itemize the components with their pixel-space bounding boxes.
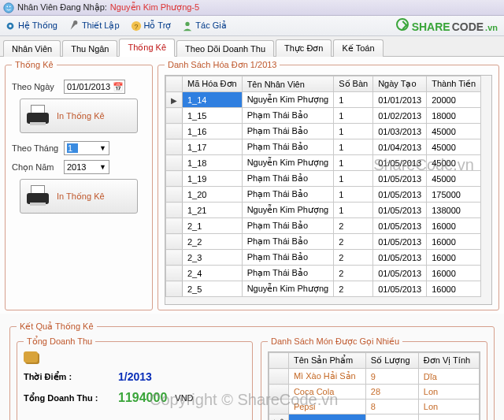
cell-total: 18000 xyxy=(427,108,481,124)
brand-logo: SHARECODE.vn xyxy=(396,18,498,33)
cell-total: 45000 xyxy=(427,155,481,171)
cell-staff: Phạm Thái Bảo xyxy=(242,234,334,250)
cell-staff: Phạm Thái Bảo xyxy=(242,187,334,203)
menu-label: Tác Giả xyxy=(195,20,226,31)
menu-ho-tro[interactable]: ? Hỗ Trợ xyxy=(131,20,172,32)
cell-staff: Nguyễn Kim Phượng xyxy=(242,203,334,218)
col-staff[interactable]: Tên Nhân Viên xyxy=(242,76,334,92)
app-icon xyxy=(3,2,14,13)
logged-in-user: Nguyễn Kim Phượng-5 xyxy=(110,2,199,13)
tab-thu-ngan[interactable]: Thu Ngân xyxy=(62,40,117,57)
col-id[interactable]: Mã Hóa Đơn xyxy=(183,76,243,92)
print-label: In Thống Kê xyxy=(57,111,105,121)
cell-staff: Phạm Thái Bảo xyxy=(242,108,334,124)
title-prefix: Nhân Viên Đang Nhập: xyxy=(17,2,107,13)
tab-thong-ke[interactable]: Thống Kê xyxy=(119,39,175,57)
table-row[interactable]: 2_1Phạm Thái Bảo201/05/201316000 xyxy=(166,218,481,234)
tab-ke-toan[interactable]: Kế Toán xyxy=(333,39,383,57)
cell-dish-unit: Dĩa xyxy=(418,369,479,385)
row-header xyxy=(166,218,183,234)
table-row[interactable]: 1_16Phạm Thái Bảo101/03/201345000 xyxy=(166,124,481,139)
table-row[interactable]: 2_4Phạm Thái Bảo201/05/201316000 xyxy=(166,266,481,281)
col-dish-qty[interactable]: Số Lượng xyxy=(365,353,418,369)
print-by-month-button[interactable]: In Thống Kê xyxy=(20,179,138,214)
cell-date: 01/05/2013 xyxy=(373,203,427,218)
cell-dish-qty: 9 xyxy=(365,369,418,385)
menubar: Hệ Thống Thiết Lập ? Hỗ Trợ Tác Giả SHAR… xyxy=(0,16,504,36)
table-row[interactable]: 1_20Phạm Thái Bảo101/05/2013175000 xyxy=(166,187,481,203)
invoice-grid[interactable]: Mã Hóa Đơn Tên Nhân Viên Số Bàn Ngày Tạo… xyxy=(165,75,492,305)
table-row[interactable]: 1_19Phạm Thái Bảo101/05/201345000 xyxy=(166,171,481,187)
menu-tac-gia[interactable]: Tác Giả xyxy=(182,20,226,32)
thoi-diem-value: 1/2013 xyxy=(118,370,152,383)
cell-table: 1 xyxy=(334,203,373,218)
brand-code: CODE xyxy=(452,20,484,33)
tab-thuc-don[interactable]: Thực Đơn xyxy=(276,39,332,57)
tab-nhan-vien[interactable]: Nhân Viên xyxy=(3,40,61,57)
new-row[interactable]: ▶* xyxy=(269,414,480,421)
col-dish-name[interactable]: Tên Sản Phẩm xyxy=(288,353,365,369)
tong-doanh-thu-value: 1194000 xyxy=(118,391,167,405)
cell-total: 138000 xyxy=(427,203,481,218)
table-row[interactable]: 2_5Nguyễn Kim Phượng201/05/201316000 xyxy=(166,281,481,297)
cell-staff: Phạm Thái Bảo xyxy=(242,139,334,155)
totals-panel: Tổng Doanh Thu Thời Điểm : 1/2013 Tổng D… xyxy=(17,336,253,420)
cell-dish-name: Pepsi xyxy=(288,400,365,414)
col-date[interactable]: Ngày Tạo xyxy=(373,76,427,92)
cell-total: 45000 xyxy=(427,124,481,139)
print-by-day-button[interactable]: In Thống Kê xyxy=(20,98,138,133)
tab-doanh-thu[interactable]: Theo Dõi Doanh Thu xyxy=(176,40,274,57)
table-row[interactable]: 2_2Phạm Thái Bảo201/05/201316000 xyxy=(166,234,481,250)
row-header xyxy=(269,353,289,369)
row-header xyxy=(166,171,183,187)
menu-he-thong[interactable]: Hệ Thống xyxy=(5,20,57,32)
menu-label: Hỗ Trợ xyxy=(144,20,172,31)
chon-nam-select[interactable]: 2013 ▼ xyxy=(64,160,109,174)
menu-label: Thiết Lập xyxy=(82,20,120,31)
col-total[interactable]: Thành Tiền xyxy=(427,76,481,92)
cell-id: 2_4 xyxy=(183,266,243,281)
row-header xyxy=(166,203,183,218)
table-row[interactable]: Mì Xào Hải Sản9Dĩa xyxy=(269,369,480,385)
col-table[interactable]: Số Bàn xyxy=(334,76,373,92)
cell-dish-unit xyxy=(418,414,479,421)
cell-date: 01/05/2013 xyxy=(373,250,427,266)
currency-label: VND xyxy=(175,393,193,403)
menu-thiet-lap[interactable]: Thiết Lập xyxy=(69,20,120,32)
table-row[interactable]: 1_18Nguyễn Kim Phượng101/05/201345000 xyxy=(166,155,481,171)
calendar-icon[interactable]: 📅 xyxy=(113,82,122,92)
tab-label: Theo Dõi Doanh Thu xyxy=(185,44,265,54)
table-row[interactable]: 1_17Phạm Thái Bảo101/04/201345000 xyxy=(166,139,481,155)
chon-nam-label: Chọn Năm xyxy=(12,162,59,173)
cell-id: 1_21 xyxy=(183,203,243,218)
table-row[interactable]: 1_15Phạm Thái Bảo101/02/201318000 xyxy=(166,108,481,124)
totals-legend: Tổng Doanh Thu xyxy=(24,336,95,347)
dish-grid[interactable]: Tên Sản Phẩm Số Lượng Đơn Vị Tính Mì Xào… xyxy=(268,351,480,420)
theo-ngay-input[interactable]: 01/01/2013 📅 xyxy=(64,80,125,94)
svg-point-0 xyxy=(4,2,13,12)
table-row[interactable]: 2_3Phạm Thái Bảo201/05/201316000 xyxy=(166,250,481,266)
wrench-icon xyxy=(69,20,80,32)
theo-thang-select[interactable]: 1 ▼ xyxy=(64,141,109,155)
cell-id: 2_2 xyxy=(183,234,243,250)
col-dish-unit[interactable]: Đơn Vị Tính xyxy=(418,353,479,369)
tabstrip: Nhân Viên Thu Ngân Thống Kê Theo Dõi Doa… xyxy=(0,36,504,57)
cell-date: 01/01/2013 xyxy=(373,92,427,108)
cell-staff: Phạm Thái Bảo xyxy=(242,266,334,281)
cell-dish-unit: Lon xyxy=(418,400,479,414)
table-row[interactable]: Coca Cola28Lon xyxy=(269,385,480,400)
cell-table: 1 xyxy=(334,92,373,108)
cell-total: 45000 xyxy=(427,171,481,187)
cell-date: 01/05/2013 xyxy=(373,234,427,250)
tab-label: Thực Đơn xyxy=(284,43,323,53)
thong-ke-legend: Thống Kê xyxy=(12,60,57,70)
cell-staff: Phạm Thái Bảo xyxy=(242,250,334,266)
row-header xyxy=(166,187,183,203)
table-row[interactable]: Pepsi8Lon xyxy=(269,400,480,414)
cell-id: 2_3 xyxy=(183,250,243,266)
table-row[interactable]: ▶1_14Nguyễn Kim Phượng101/01/201320000 xyxy=(166,92,481,108)
cell-staff: Nguyễn Kim Phượng xyxy=(242,281,334,297)
table-row[interactable]: 1_21Nguyễn Kim Phượng101/05/2013138000 xyxy=(166,203,481,218)
cell-staff: Phạm Thái Bảo xyxy=(242,171,334,187)
results-area: Kết Quả Thống Kê Tổng Doanh Thu Thời Điể… xyxy=(5,318,499,420)
